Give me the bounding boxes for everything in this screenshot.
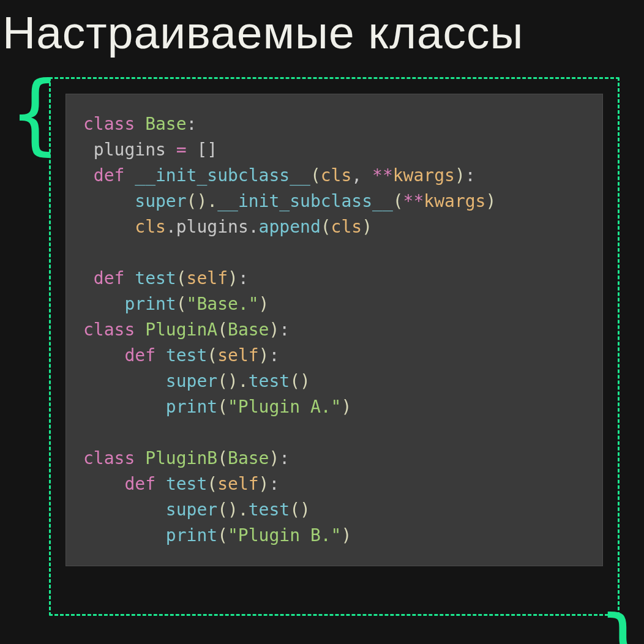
param: kwargs xyxy=(393,165,455,185)
paren: (). xyxy=(217,371,249,391)
operator: = xyxy=(176,140,187,160)
param: cls xyxy=(135,217,166,237)
builtin: super xyxy=(135,191,186,211)
function-name: test xyxy=(249,500,290,520)
builtin: super xyxy=(166,500,217,520)
paren: ) xyxy=(341,525,351,545)
paren: ) xyxy=(341,397,351,417)
paren: ( xyxy=(207,345,217,365)
param: kwargs xyxy=(424,191,485,211)
colon: : xyxy=(187,114,197,134)
keyword-class: class xyxy=(83,320,135,340)
builtin: print xyxy=(166,525,217,545)
paren: () xyxy=(290,371,310,391)
param-self: self xyxy=(217,474,258,494)
function-name: append xyxy=(259,217,321,237)
string: "Base." xyxy=(187,294,259,314)
code-block: class Base: plugins = [] def __init_subc… xyxy=(66,94,603,566)
paren: (). xyxy=(187,191,218,211)
keyword-class: class xyxy=(83,448,135,468)
colon: : xyxy=(269,345,279,365)
param: cls xyxy=(331,217,362,237)
paren: ) xyxy=(259,474,269,494)
literal: [] xyxy=(187,140,218,160)
paren: ) xyxy=(259,294,269,314)
colon: : xyxy=(465,165,476,185)
paren: ( xyxy=(176,268,187,288)
paren: ( xyxy=(310,165,321,185)
class-name: Base xyxy=(228,320,269,340)
dashed-border: class Base: plugins = [] def __init_subc… xyxy=(49,77,620,616)
colon: : xyxy=(269,474,279,494)
paren: ) xyxy=(485,191,496,211)
string: "Plugin A." xyxy=(228,397,341,417)
comma: , xyxy=(351,165,372,185)
paren: ) xyxy=(259,345,269,365)
paren: ( xyxy=(217,397,228,417)
builtin: print xyxy=(166,397,217,417)
function-name: __init_subclass__ xyxy=(217,191,393,211)
paren: ( xyxy=(321,217,331,237)
class-name: Base xyxy=(145,114,186,134)
paren: ) xyxy=(269,448,279,468)
keyword-def: def xyxy=(124,474,155,494)
param-self: self xyxy=(187,268,228,288)
brace-right-icon: } xyxy=(599,604,644,645)
attr: .plugins. xyxy=(166,217,259,237)
paren: ) xyxy=(455,165,465,185)
function-name: test xyxy=(249,371,290,391)
param: cls xyxy=(321,165,352,185)
param-self: self xyxy=(217,345,258,365)
colon: : xyxy=(238,268,249,288)
class-name: Base xyxy=(228,448,269,468)
string: "Plugin B." xyxy=(228,525,341,545)
colon: : xyxy=(279,320,290,340)
colon: : xyxy=(279,448,290,468)
builtin: super xyxy=(166,371,217,391)
attr: plugins xyxy=(83,140,176,160)
paren: ( xyxy=(207,474,217,494)
keyword-def: def xyxy=(124,345,155,365)
function-name: test xyxy=(166,474,207,494)
paren: ( xyxy=(176,294,187,314)
paren: () xyxy=(290,500,310,520)
paren: ( xyxy=(217,525,228,545)
function-name: test xyxy=(166,345,207,365)
paren: (). xyxy=(217,500,249,520)
builtin: print xyxy=(124,294,176,314)
keyword-def: def xyxy=(83,268,124,288)
paren: ( xyxy=(217,448,228,468)
keyword-def: def xyxy=(83,165,124,185)
paren: ) xyxy=(228,268,238,288)
paren: ) xyxy=(362,217,372,237)
class-name: PluginA xyxy=(145,320,217,340)
operator: ** xyxy=(403,191,424,211)
class-name: PluginB xyxy=(145,448,217,468)
keyword-class: class xyxy=(83,114,135,134)
operator: ** xyxy=(372,165,393,185)
paren: ) xyxy=(269,320,279,340)
function-name: test xyxy=(135,268,176,288)
page-title: Настраиваемые классы xyxy=(0,0,644,59)
function-name: __init_subclass__ xyxy=(135,165,310,185)
paren: ( xyxy=(217,320,228,340)
paren: ( xyxy=(393,191,403,211)
